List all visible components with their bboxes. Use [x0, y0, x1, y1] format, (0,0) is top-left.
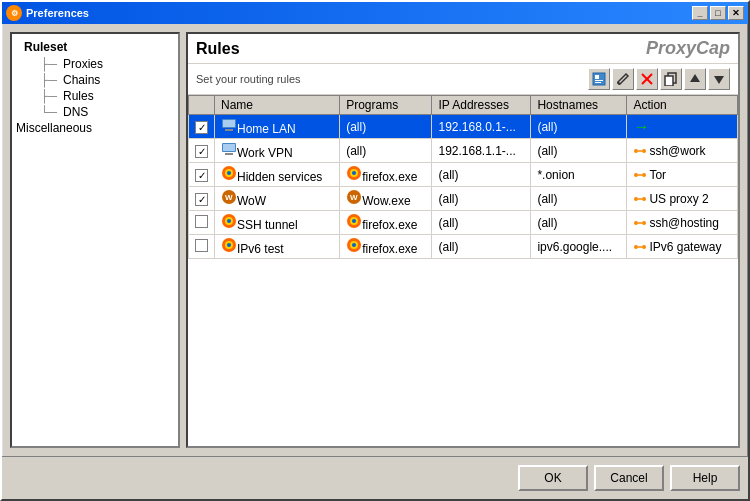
check-cell[interactable] — [189, 115, 215, 139]
svg-point-27 — [352, 171, 356, 175]
svg-text:W: W — [350, 193, 358, 202]
window-content: Ruleset ├─ Proxies ├─ Chains ├─ Rules — [2, 24, 748, 456]
table-row[interactable]: IPv6 test firefox.exe (all) ipv6.google.… — [189, 235, 738, 259]
name-cell: IPv6 test — [215, 235, 340, 259]
check-cell[interactable] — [189, 163, 215, 187]
sidebar-item-chains[interactable]: ├─ Chains — [36, 72, 178, 88]
svg-rect-18 — [223, 144, 235, 151]
ip-cell: (all) — [432, 235, 531, 259]
toolbar-up-button[interactable] — [684, 68, 706, 90]
rules-table-body: Home LAN (all) 192.168.0.1-... (all) → W… — [189, 115, 738, 259]
sidebar-item-miscellaneous[interactable]: Miscellaneous — [12, 120, 178, 136]
col-hostnames: Hostnames — [531, 96, 627, 115]
panel-subtitle: Set your routing rules — [196, 73, 301, 85]
down-icon — [712, 72, 726, 86]
hostnames-cell: (all) — [531, 139, 627, 163]
sidebar-item-rules[interactable]: ├─ Rules — [36, 88, 178, 104]
col-ip: IP Addresses — [432, 96, 531, 115]
hostnames-cell: (all) — [531, 211, 627, 235]
svg-point-36 — [642, 197, 646, 201]
sidebar-item-ruleset[interactable]: Ruleset — [20, 38, 178, 56]
ok-button[interactable]: OK — [518, 465, 588, 491]
toolbar-add-button[interactable] — [588, 68, 610, 90]
table-row[interactable]: Work VPN (all) 192.168.1.1-... (all) ssh… — [189, 139, 738, 163]
main-panel: Rules ProxyCap Set your routing rules — [186, 32, 740, 448]
check-cell[interactable] — [189, 235, 215, 259]
footer: OK Cancel Help — [2, 456, 748, 499]
svg-rect-3 — [595, 82, 601, 83]
table-header-row: Name Programs IP Addresses Hostnames Act… — [189, 96, 738, 115]
svg-point-52 — [352, 243, 356, 247]
svg-text:W: W — [225, 193, 233, 202]
check-cell[interactable] — [189, 211, 215, 235]
svg-point-43 — [352, 219, 356, 223]
col-name: Name — [215, 96, 340, 115]
table-row[interactable]: WWoW WWow.exe (all) (all) US proxy 2 — [189, 187, 738, 211]
action-cell: → — [627, 115, 738, 139]
toolbar-edit-button[interactable] — [612, 68, 634, 90]
programs-cell: (all) — [340, 139, 432, 163]
row-checkbox[interactable] — [195, 239, 208, 252]
row-checkbox[interactable] — [195, 145, 208, 158]
proxies-label: Proxies — [63, 57, 103, 71]
sidebar-item-proxies[interactable]: ├─ Proxies — [36, 56, 178, 72]
sidebar-children: ├─ Proxies ├─ Chains ├─ Rules └─ DNS — [20, 56, 178, 120]
hostnames-cell: (all) — [531, 187, 627, 211]
up-icon — [688, 72, 702, 86]
add-icon — [592, 72, 606, 86]
preferences-window: ⚙ Preferences _ □ ✕ Ruleset ├─ Proxies — [0, 0, 750, 501]
restore-button[interactable]: □ — [710, 6, 726, 20]
action-proxy: ssh@hosting — [649, 216, 719, 230]
col-check — [189, 96, 215, 115]
svg-point-53 — [634, 245, 638, 249]
name-cell: Work VPN — [215, 139, 340, 163]
row-checkbox[interactable] — [195, 169, 208, 182]
cancel-button[interactable]: Cancel — [594, 465, 664, 491]
svg-point-40 — [227, 219, 231, 223]
programs-cell: firefox.exe — [340, 163, 432, 187]
toolbar — [588, 68, 730, 90]
window-title: Preferences — [26, 7, 692, 19]
svg-point-29 — [642, 173, 646, 177]
svg-rect-14 — [225, 129, 233, 131]
minimize-button[interactable]: _ — [692, 6, 708, 20]
table-row[interactable]: Home LAN (all) 192.168.0.1-... (all) → — [189, 115, 738, 139]
svg-point-20 — [642, 149, 646, 153]
panel-title: Rules — [196, 40, 240, 58]
toolbar-down-button[interactable] — [708, 68, 730, 90]
ip-cell: 192.168.1.1-... — [432, 139, 531, 163]
programs-cell: firefox.exe — [340, 211, 432, 235]
svg-rect-10 — [665, 76, 673, 86]
hostnames-cell: ipv6.google.... — [531, 235, 627, 259]
toolbar-copy-button[interactable] — [660, 68, 682, 90]
table-row[interactable]: Hidden services firefox.exe (all) *.onio… — [189, 163, 738, 187]
sidebar-group-ruleset: Ruleset ├─ Proxies ├─ Chains ├─ Rules — [12, 38, 178, 120]
hostnames-cell: (all) — [531, 115, 627, 139]
check-cell[interactable] — [189, 139, 215, 163]
toolbar-delete-button[interactable] — [636, 68, 658, 90]
name-cell: Hidden services — [215, 163, 340, 187]
row-checkbox[interactable] — [195, 193, 208, 206]
help-button[interactable]: Help — [670, 465, 740, 491]
svg-point-54 — [642, 245, 646, 249]
brand-label: ProxyCap — [646, 38, 730, 59]
table-row[interactable]: SSH tunnel firefox.exe (all) (all) ssh@h… — [189, 211, 738, 235]
programs-cell: WWow.exe — [340, 187, 432, 211]
tree-line: ├─ — [40, 73, 57, 87]
svg-point-49 — [227, 243, 231, 247]
row-checkbox[interactable] — [195, 121, 208, 134]
svg-point-44 — [634, 221, 638, 225]
svg-point-35 — [634, 197, 638, 201]
name-cell: WWoW — [215, 187, 340, 211]
check-cell[interactable] — [189, 187, 215, 211]
edit-icon — [616, 72, 630, 86]
row-checkbox[interactable] — [195, 215, 208, 228]
misc-label: Miscellaneous — [16, 121, 92, 135]
svg-point-19 — [634, 149, 638, 153]
programs-cell: (all) — [340, 115, 432, 139]
close-button[interactable]: ✕ — [728, 6, 744, 20]
sidebar-item-dns[interactable]: └─ DNS — [36, 104, 178, 120]
name-cell: Home LAN — [215, 115, 340, 139]
action-direct: → — [633, 118, 649, 135]
dns-label: DNS — [63, 105, 88, 119]
